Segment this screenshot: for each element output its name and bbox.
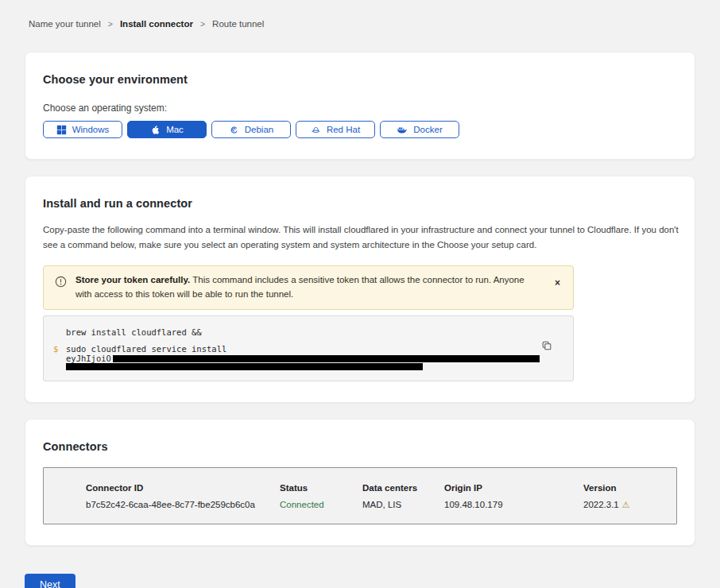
- connectors-card: Connectors Connector ID Status Data cent…: [25, 419, 695, 546]
- windows-icon: [56, 125, 67, 135]
- col-connector-id: Connector ID: [86, 483, 280, 493]
- warning-text: Store your token carefully. This command…: [75, 273, 527, 302]
- os-button-label: Red Hat: [327, 125, 360, 134]
- os-button-label: Mac: [166, 125, 184, 134]
- shell-prompt: $: [53, 345, 58, 354]
- col-data-centers: Data centers: [362, 483, 444, 493]
- install-command-block: brew install cloudflared && $sudo cloudf…: [43, 315, 574, 381]
- install-connector-card: Install and run a connector Copy-paste t…: [25, 176, 695, 403]
- redhat-icon: [311, 125, 321, 135]
- breadcrumb-separator: >: [108, 19, 113, 29]
- copy-icon[interactable]: [541, 340, 552, 354]
- os-button-label: Debian: [245, 125, 273, 134]
- version-number: 2022.3.1: [583, 500, 619, 509]
- version-warning-icon[interactable]: ⚠: [622, 500, 630, 510]
- os-button-mac[interactable]: Mac: [127, 121, 207, 138]
- breadcrumb-install-connector[interactable]: Install connector: [120, 19, 193, 29]
- install-description: Copy-paste the following command into a …: [43, 222, 679, 253]
- environment-card-title: Choose your environment: [43, 73, 677, 86]
- install-card-title: Install and run a connector: [43, 197, 677, 210]
- os-button-docker[interactable]: Docker: [380, 121, 459, 138]
- environment-card: Choose your environment Choose an operat…: [25, 52, 695, 160]
- breadcrumb-name-your-tunnel[interactable]: Name your tunnel: [29, 19, 101, 29]
- os-button-label: Docker: [413, 125, 442, 134]
- col-origin-ip: Origin IP: [444, 483, 583, 493]
- docker-icon: [397, 125, 408, 135]
- code-line-sudo: $sudo cloudflared service install: [66, 345, 551, 354]
- breadcrumb-route-tunnel[interactable]: Route tunnel: [212, 19, 264, 29]
- table-header-row: Connector ID Status Data centers Origin …: [86, 483, 676, 493]
- connectors-card-title: Connectors: [43, 440, 677, 453]
- breadcrumb: Name your tunnel > Install connector > R…: [25, 0, 695, 29]
- os-button-debian[interactable]: Debian: [211, 121, 291, 138]
- redacted-token-bar: [66, 363, 423, 370]
- warning-title: Store your token carefully.: [75, 275, 190, 284]
- breadcrumb-separator: >: [200, 19, 205, 29]
- table-row: b7c52c42-6caa-48ee-8c77-fbe259cb6c0a Con…: [86, 500, 676, 510]
- os-button-windows[interactable]: Windows: [43, 121, 122, 138]
- redacted-token-bar: [113, 355, 540, 362]
- data-centers-value: MAD, LIS: [362, 500, 444, 509]
- code-line-brew: brew install cloudflared &&: [66, 328, 551, 337]
- os-button-redhat[interactable]: Red Hat: [296, 121, 375, 138]
- os-select-label: Choose an operating system:: [43, 103, 677, 114]
- col-version: Version: [583, 483, 676, 493]
- connector-id-value: b7c52c42-6caa-48ee-8c77-fbe259cb6c0a: [86, 500, 280, 509]
- close-icon[interactable]: ×: [555, 278, 560, 288]
- token-warning-banner: Store your token carefully. This command…: [43, 265, 574, 310]
- version-value: 2022.3.1 ⚠: [583, 500, 676, 510]
- status-badge: Connected: [280, 500, 362, 509]
- page: Name your tunnel > Install connector > R…: [25, 0, 695, 588]
- token-prefix: eyJhIjoiO: [66, 354, 111, 363]
- os-button-group: Windows Mac Debian Red Hat: [43, 121, 677, 138]
- next-button[interactable]: Next: [25, 574, 75, 588]
- apple-icon: [150, 124, 161, 135]
- connectors-table: Connector ID Status Data centers Origin …: [43, 467, 677, 524]
- os-button-label: Windows: [72, 125, 110, 134]
- alert-circle-icon: [55, 276, 67, 291]
- code-line-token: eyJhIjoiO: [66, 354, 551, 362]
- code-text: brew install cloudflared &&: [66, 327, 202, 337]
- code-text: sudo cloudflared service install: [66, 344, 226, 354]
- col-status: Status: [280, 483, 362, 493]
- origin-ip-value: 109.48.10.179: [444, 500, 583, 509]
- debian-icon: [229, 125, 239, 135]
